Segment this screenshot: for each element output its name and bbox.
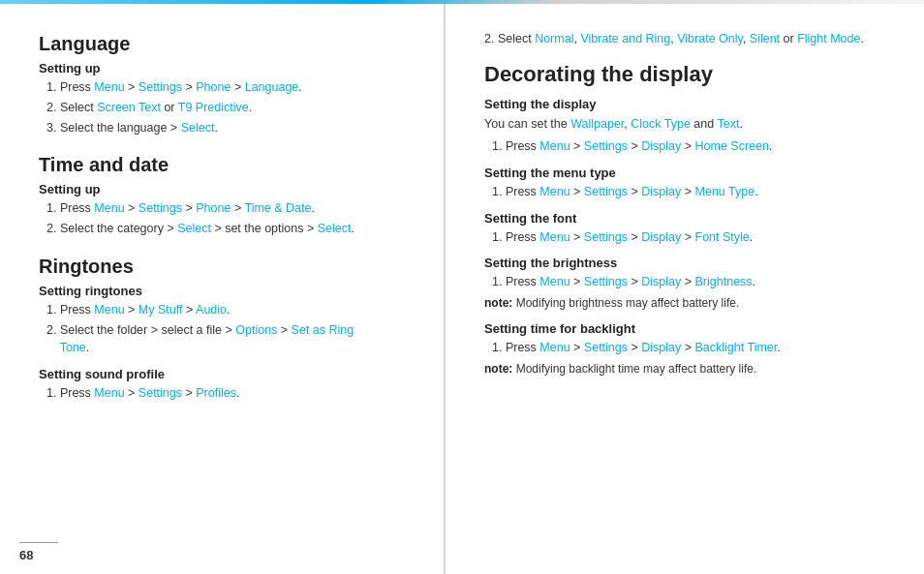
- section-decorating-display: Decorating the display Setting the displ…: [484, 62, 895, 378]
- link-flight-mode: Flight Mode: [797, 32, 860, 45]
- link-font-style: Font Style: [695, 230, 750, 244]
- link-menu: Menu: [539, 139, 570, 153]
- link-settings: Settings: [584, 230, 628, 244]
- link-settings: Settings: [584, 139, 628, 153]
- top-decorative-line: [0, 0, 924, 4]
- menu-type-instruction-list: 1. Press Menu > Settings > Display > Men…: [484, 183, 895, 201]
- link-home-screen: Home Screen: [695, 139, 769, 153]
- list-item: 1. Press Menu > My Stuff > Audio.: [46, 301, 416, 319]
- link-menu: Menu: [94, 386, 124, 400]
- link-set-as-ring-tone: Set as Ring Tone: [46, 323, 354, 355]
- link-display: Display: [641, 139, 681, 153]
- section-title-language: Language: [39, 33, 416, 55]
- section-title-decorating: Decorating the display: [484, 62, 895, 87]
- link-settings: Settings: [584, 341, 628, 354]
- note-bold-label: note:: [484, 362, 512, 376]
- list-item: 1. Press Menu > Settings > Phone > Langu…: [46, 78, 416, 97]
- subsection-title-menu-type: Setting the menu type: [484, 166, 895, 180]
- link-phone: Phone: [196, 80, 231, 94]
- subsection-title-setting-display: Setting the display: [484, 97, 895, 111]
- link-audio: Audio: [196, 303, 227, 317]
- subsection-title-font: Setting the font: [484, 211, 895, 226]
- list-item: 1. Press Menu > Settings > Display > Bac…: [492, 339, 895, 357]
- list-item: 1. Press Menu > Settings > Phone > Time …: [46, 199, 416, 218]
- link-silent: Silent: [750, 32, 780, 45]
- link-display: Display: [641, 185, 681, 198]
- display-instruction-list: 1. Press Menu > Settings > Display > Hom…: [484, 137, 895, 156]
- link-settings: Settings: [139, 201, 182, 215]
- link-brightness: Brightness: [695, 275, 753, 288]
- link-select-language: Select: [181, 121, 215, 135]
- section-time-date: Time and date Setting up 1. Press Menu >…: [39, 154, 416, 238]
- link-display: Display: [641, 275, 681, 288]
- list-item: 1. Press Menu > Settings > Display > Hom…: [492, 137, 895, 156]
- list-item: 1. Press Menu > Settings > Display > Bri…: [492, 273, 895, 291]
- page-number: 68: [19, 542, 58, 562]
- link-wallpaper: Wallpaper: [570, 117, 624, 131]
- section-title-time-date: Time and date: [39, 154, 416, 176]
- link-menu-type: Menu Type: [695, 185, 755, 198]
- section-ringtones: Ringtones Setting ringtones 1. Press Men…: [39, 256, 416, 403]
- link-settings: Settings: [584, 275, 628, 288]
- display-intro: You can set the Wallpaper, Clock Type an…: [484, 114, 895, 134]
- link-t9-predictive: T9 Predictive: [178, 101, 249, 114]
- link-settings: Settings: [139, 386, 182, 400]
- backlight-instruction-list: 1. Press Menu > Settings > Display > Bac…: [484, 339, 895, 357]
- section-title-ringtones: Ringtones: [39, 256, 416, 278]
- link-vibrate-only: Vibrate Only: [677, 32, 743, 45]
- left-column: Language Setting up 1. Press Menu > Sett…: [0, 0, 446, 574]
- link-backlight-timer: Backlight Timer: [695, 341, 778, 354]
- link-menu: Menu: [539, 275, 570, 288]
- link-menu: Menu: [94, 80, 124, 94]
- link-text: Text: [717, 117, 739, 131]
- link-normal: Normal: [535, 32, 573, 45]
- font-instruction-list: 1. Press Menu > Settings > Display > Fon…: [484, 228, 895, 247]
- time-instruction-list: 1. Press Menu > Settings > Phone > Time …: [39, 199, 416, 238]
- list-item: 1. Press Menu > Settings > Display > Fon…: [492, 228, 895, 247]
- list-item: 3. Select the language > Select.: [46, 119, 416, 137]
- link-options: Options: [235, 323, 277, 337]
- page-container: Language Setting up 1. Press Menu > Sett…: [0, 0, 924, 574]
- list-item: 1. Press Menu > Settings > Profiles.: [46, 384, 416, 403]
- list-item: 2. Select the category > Select > set th…: [46, 220, 416, 238]
- subsection-title-brightness: Setting the brightness: [484, 256, 895, 270]
- list-item: 1. Press Menu > Settings > Display > Men…: [492, 183, 895, 201]
- ringtones-instruction-list: 1. Press Menu > My Stuff > Audio. 2. Sel…: [39, 301, 416, 357]
- link-display: Display: [641, 230, 681, 244]
- backlight-note: note: Modifying backlight time may affec…: [484, 360, 895, 378]
- subsection-title-setting-ringtones: Setting ringtones: [39, 284, 416, 298]
- subsection-title-language-setting-up: Setting up: [39, 61, 416, 76]
- link-clock-type: Clock Type: [631, 117, 691, 131]
- right-column: 2. Select Normal, Vibrate and Ring, Vibr…: [446, 0, 924, 574]
- link-select-category: Select: [177, 222, 211, 235]
- section-language: Language Setting up 1. Press Menu > Sett…: [39, 33, 416, 136]
- list-item: 2. Select Screen Text or T9 Predictive.: [46, 99, 416, 117]
- link-screen-text: Screen Text: [97, 101, 161, 114]
- language-instruction-list: 1. Press Menu > Settings > Phone > Langu…: [39, 78, 416, 136]
- link-vibrate-ring: Vibrate and Ring: [580, 32, 670, 45]
- intro-line: 2. Select Normal, Vibrate and Ring, Vibr…: [484, 29, 895, 48]
- link-menu: Menu: [539, 230, 570, 244]
- link-menu: Menu: [539, 341, 570, 354]
- brightness-note: note: Modifying brightness may affect ba…: [484, 294, 895, 312]
- sound-profile-instruction-list: 1. Press Menu > Settings > Profiles.: [39, 384, 416, 403]
- link-menu: Menu: [94, 201, 124, 215]
- link-phone: Phone: [196, 201, 231, 215]
- link-display: Display: [641, 341, 681, 354]
- note-bold-label: note:: [484, 296, 512, 310]
- link-menu: Menu: [539, 185, 570, 198]
- subsection-title-backlight: Setting time for backlight: [484, 321, 895, 336]
- link-select-options: Select: [318, 222, 352, 235]
- link-time-date: Time & Date: [244, 201, 311, 215]
- link-settings: Settings: [139, 80, 182, 94]
- subsection-title-time-setting-up: Setting up: [39, 182, 416, 196]
- subsection-title-sound-profile: Setting sound profile: [39, 367, 416, 381]
- link-language: Language: [245, 80, 299, 94]
- link-profiles: Profiles: [196, 386, 236, 400]
- link-my-stuff: My Stuff: [139, 303, 183, 317]
- brightness-instruction-list: 1. Press Menu > Settings > Display > Bri…: [484, 273, 895, 291]
- link-menu: Menu: [94, 303, 124, 317]
- list-item: 2. Select the folder > select a file > O…: [46, 321, 416, 358]
- link-settings: Settings: [584, 185, 628, 198]
